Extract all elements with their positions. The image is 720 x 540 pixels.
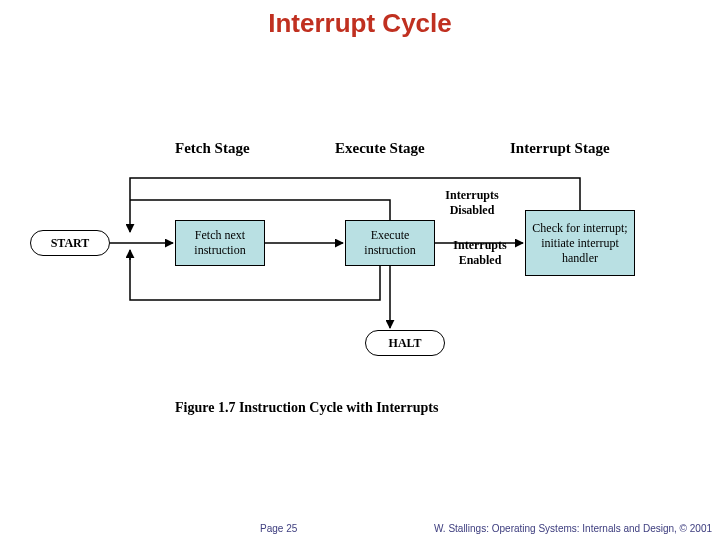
interrupts-disabled-label: Interrupts Disabled — [437, 188, 507, 218]
stage-label-fetch: Fetch Stage — [175, 140, 250, 157]
fetch-next-label: Fetch next instruction — [178, 228, 262, 258]
footer-citation: W. Stallings: Operating Systems: Interna… — [434, 523, 712, 534]
start-label: START — [51, 236, 90, 251]
interrupt-cycle-diagram: Fetch Stage Execute Stage Interrupt Stag… — [0, 100, 720, 420]
footer-page-number: Page 25 — [260, 523, 297, 534]
execute-box: Execute instruction — [345, 220, 435, 266]
check-interrupt-box: Check for interrupt; initiate interrupt … — [525, 210, 635, 276]
execute-label: Execute instruction — [348, 228, 432, 258]
interrupts-enabled-label: Interrupts Enabled — [445, 238, 515, 268]
figure-caption: Figure 1.7 Instruction Cycle with Interr… — [175, 400, 438, 416]
slide-title: Interrupt Cycle — [0, 8, 720, 39]
halt-node: HALT — [365, 330, 445, 356]
fetch-next-box: Fetch next instruction — [175, 220, 265, 266]
stage-label-interrupt: Interrupt Stage — [510, 140, 610, 157]
halt-label: HALT — [389, 336, 422, 351]
check-interrupt-label: Check for interrupt; initiate interrupt … — [528, 221, 632, 266]
start-node: START — [30, 230, 110, 256]
stage-label-execute: Execute Stage — [335, 140, 425, 157]
